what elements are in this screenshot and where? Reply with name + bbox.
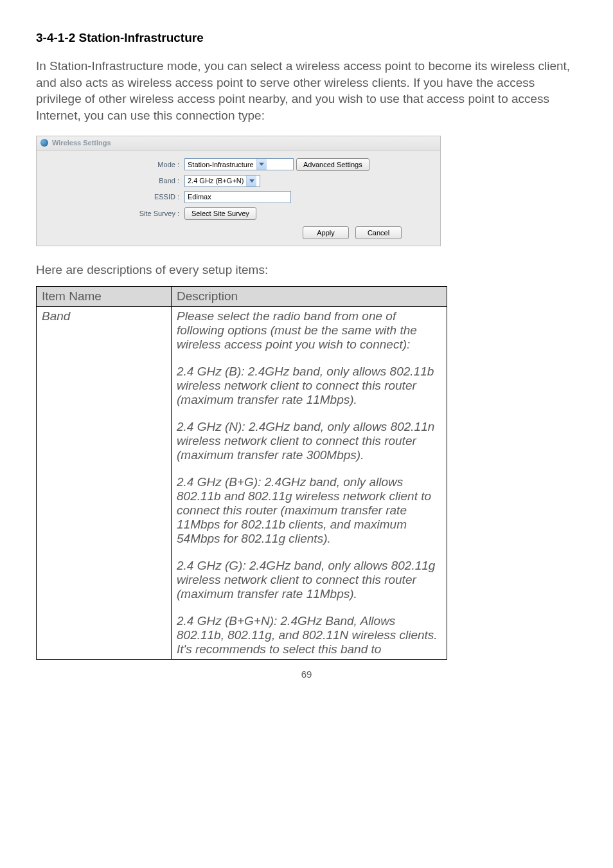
- desc-block: 2.4 GHz (B+G): 2.4GHz band, only allows …: [177, 475, 441, 546]
- col-header-description: Description: [172, 286, 447, 306]
- apply-button[interactable]: Apply: [303, 226, 349, 239]
- panel-body: Mode : Station-Infrastructure Advanced S…: [37, 150, 440, 246]
- mode-select-value: Station-Infrastructure: [185, 161, 256, 168]
- band-row: Band : 2.4 GHz (B+G+N): [37, 175, 440, 187]
- chevron-down-icon: [256, 159, 267, 170]
- essid-row: ESSID :: [37, 191, 440, 203]
- intro-paragraph: In Station-Infrastructure mode, you can …: [36, 58, 577, 124]
- items-table: Item Name Description Band Please select…: [36, 286, 447, 660]
- row-name-cell: Band: [37, 306, 172, 659]
- table-header-row: Item Name Description: [37, 286, 447, 306]
- band-label: Band :: [37, 177, 184, 185]
- page-number: 69: [36, 669, 577, 680]
- band-select[interactable]: 2.4 GHz (B+G+N): [184, 175, 260, 187]
- desc-block: 2.4 GHz (G): 2.4GHz band, only allows 80…: [177, 559, 441, 601]
- advanced-settings-button[interactable]: Advanced Settings: [296, 158, 369, 171]
- panel-button-row: Apply Cancel: [37, 224, 440, 240]
- site-survey-row: Site Survey : Select Site Survey: [37, 207, 440, 220]
- section-heading: 3-4-1-2 Station-Infrastructure: [36, 31, 577, 45]
- site-survey-label: Site Survey :: [37, 210, 184, 217]
- essid-label: ESSID :: [37, 193, 184, 201]
- desc-block: 2.4 GHz (N): 2.4GHz band, only allows 80…: [177, 420, 441, 462]
- mode-row: Mode : Station-Infrastructure Advanced S…: [37, 158, 440, 171]
- mode-select[interactable]: Station-Infrastructure: [184, 158, 294, 170]
- select-site-survey-button[interactable]: Select Site Survey: [184, 207, 256, 220]
- chevron-down-icon: [246, 176, 256, 186]
- desc-block: 2.4 GHz (B): 2.4GHz band, only allows 80…: [177, 365, 441, 407]
- mode-label: Mode :: [37, 161, 184, 168]
- bullet-icon: [40, 139, 48, 147]
- panel-header: Wireless Settings: [37, 136, 440, 150]
- essid-input[interactable]: [184, 191, 291, 203]
- desc-block: Please select the radio band from one of…: [177, 309, 441, 352]
- row-desc-cell: Please select the radio band from one of…: [172, 306, 447, 659]
- panel-title: Wireless Settings: [52, 139, 111, 147]
- cancel-button[interactable]: Cancel: [355, 226, 402, 239]
- descriptions-intro: Here are descriptions of every setup ite…: [36, 263, 577, 277]
- table-row: Band Please select the radio band from o…: [37, 306, 447, 659]
- band-select-value: 2.4 GHz (B+G+N): [185, 177, 246, 185]
- wireless-settings-panel: Wireless Settings Mode : Station-Infrast…: [36, 136, 441, 246]
- col-header-item-name: Item Name: [37, 286, 172, 306]
- desc-block: 2.4 GHz (B+G+N): 2.4GHz Band, Allows 802…: [177, 614, 441, 656]
